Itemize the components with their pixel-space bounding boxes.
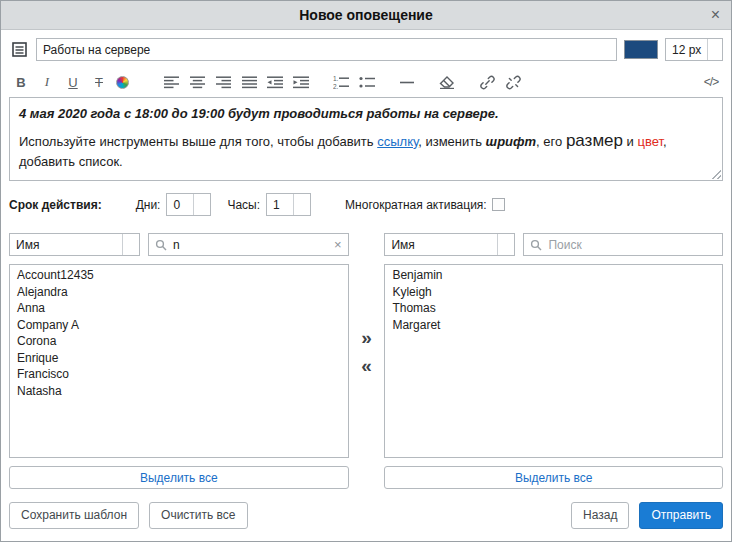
align-right-button[interactable] bbox=[211, 70, 235, 94]
validity-label: Срок действия: bbox=[9, 198, 102, 212]
editor-styled-word-font: шрифт bbox=[486, 134, 537, 149]
footer-actions: Назад Отправить bbox=[571, 502, 723, 529]
list-item[interactable]: Francisco bbox=[10, 366, 348, 383]
align-justify-icon bbox=[242, 76, 257, 89]
editor-styled-word-color: цвет bbox=[637, 134, 663, 149]
days-select[interactable]: 0 bbox=[166, 193, 211, 216]
source-filter-select[interactable]: Имя bbox=[9, 233, 140, 256]
indent-icon bbox=[293, 76, 309, 89]
subject-input[interactable] bbox=[36, 38, 617, 61]
target-panel-header: Имя bbox=[384, 233, 723, 256]
hours-select[interactable]: 1 bbox=[266, 193, 311, 216]
target-search-input[interactable] bbox=[548, 238, 716, 252]
target-list[interactable]: BenjaminKyleighThomasMargaret bbox=[384, 264, 723, 458]
outdent-button[interactable] bbox=[263, 70, 287, 94]
list-item[interactable]: Margaret bbox=[385, 317, 722, 334]
repeat-label: Многократная активация: bbox=[345, 198, 487, 212]
color-palette-icon bbox=[116, 76, 129, 89]
align-group bbox=[159, 70, 313, 94]
search-icon bbox=[530, 239, 542, 251]
options-row: Срок действия: Дни: 0 Часы: 1 Многократн… bbox=[1, 181, 731, 229]
source-code-button[interactable]: </> bbox=[699, 70, 723, 94]
editor-styled-word-size: размер bbox=[566, 131, 623, 150]
chevron-down-icon bbox=[122, 234, 139, 255]
editor-text: Используйте инструменты выше для того, ч… bbox=[19, 134, 377, 149]
link-icon bbox=[480, 75, 495, 90]
dialog-title: Новое оповещение bbox=[299, 7, 433, 23]
source-search-input[interactable] bbox=[173, 238, 328, 252]
align-center-button[interactable] bbox=[185, 70, 209, 94]
new-alert-dialog: Новое оповещение × 12 px B I U T bbox=[0, 0, 732, 542]
template-icon bbox=[12, 42, 27, 57]
save-template-button[interactable]: Сохранить шаблон bbox=[9, 502, 139, 529]
move-right-button[interactable]: » bbox=[361, 328, 372, 347]
chevron-down-icon bbox=[707, 39, 722, 60]
list-item[interactable]: Enrique bbox=[10, 350, 348, 367]
source-list[interactable]: Account12435AlejandraAnnaCompany ACorona… bbox=[9, 264, 349, 458]
align-right-icon bbox=[216, 76, 231, 89]
horizontal-rule-button[interactable] bbox=[395, 70, 419, 94]
template-button[interactable] bbox=[9, 40, 29, 60]
align-justify-button[interactable] bbox=[237, 70, 261, 94]
hours-value: 1 bbox=[267, 198, 286, 212]
list-item[interactable]: Anna bbox=[10, 300, 348, 317]
search-icon bbox=[155, 239, 167, 251]
clear-format-button[interactable] bbox=[435, 70, 459, 94]
editor-link[interactable]: ссылку bbox=[377, 134, 418, 149]
source-filter-value: Имя bbox=[10, 238, 45, 252]
recipients-panels: Имя × Account12435AlejandraAnnaCompany A… bbox=[1, 229, 731, 489]
close-icon[interactable]: × bbox=[711, 7, 720, 23]
move-left-button[interactable]: « bbox=[361, 356, 372, 375]
font-size-select[interactable]: 12 px bbox=[665, 38, 723, 61]
list-item[interactable]: Company A bbox=[10, 317, 348, 334]
ordered-list-button[interactable]: 1.2. bbox=[329, 70, 353, 94]
hours-label: Часы: bbox=[227, 198, 260, 212]
send-button[interactable]: Отправить bbox=[639, 502, 723, 529]
repeat-checkbox[interactable] bbox=[492, 198, 505, 211]
remove-link-button[interactable] bbox=[501, 70, 525, 94]
chevron-down-icon bbox=[193, 194, 210, 215]
font-color-swatch[interactable] bbox=[624, 40, 658, 59]
list-item[interactable]: Alejandra bbox=[10, 284, 348, 301]
horizontal-rule-icon bbox=[400, 76, 414, 89]
list-item[interactable]: Account12435 bbox=[10, 267, 348, 284]
strikethrough-button[interactable]: T bbox=[87, 70, 111, 94]
svg-text:1.: 1. bbox=[333, 76, 339, 82]
source-select-all-button[interactable]: Выделить все bbox=[9, 466, 349, 489]
dialog-footer: Сохранить шаблон Очистить все Назад Отпр… bbox=[1, 492, 731, 541]
bullet-list-icon bbox=[359, 76, 375, 89]
list-item[interactable]: Corona bbox=[10, 333, 348, 350]
align-left-button[interactable] bbox=[159, 70, 183, 94]
indent-button[interactable] bbox=[289, 70, 313, 94]
target-select-all-button[interactable]: Выделить все bbox=[384, 466, 723, 489]
chevron-down-icon bbox=[497, 234, 514, 255]
insert-link-button[interactable] bbox=[475, 70, 499, 94]
target-panel: Имя BenjaminKyleighThomasMargaret Выдели… bbox=[384, 233, 723, 489]
dialog-titlebar: Новое оповещение × bbox=[1, 1, 731, 30]
bullet-list-button[interactable] bbox=[355, 70, 379, 94]
font-color-button[interactable] bbox=[113, 70, 143, 94]
target-filter-value: Имя bbox=[385, 238, 420, 252]
source-panel-header: Имя × bbox=[9, 233, 349, 256]
back-button[interactable]: Назад bbox=[571, 502, 629, 529]
source-panel: Имя × Account12435AlejandraAnnaCompany A… bbox=[9, 233, 349, 489]
editor-text: , его bbox=[536, 134, 566, 149]
chevron-down-icon bbox=[293, 194, 310, 215]
italic-button[interactable]: I bbox=[35, 70, 59, 94]
list-item[interactable]: Natasha bbox=[10, 383, 348, 400]
font-style-group: B I U T bbox=[9, 70, 143, 94]
editor-text: и bbox=[623, 134, 638, 149]
days-value: 0 bbox=[167, 198, 186, 212]
clear-search-icon[interactable]: × bbox=[334, 238, 342, 251]
editor-text: , изменить bbox=[418, 134, 485, 149]
link-group bbox=[475, 70, 525, 94]
message-editor[interactable]: 4 мая 2020 года с 18:00 до 19:00 будут п… bbox=[9, 97, 723, 181]
underline-button[interactable]: U bbox=[61, 70, 85, 94]
clear-all-button[interactable]: Очистить все bbox=[149, 502, 247, 529]
list-item[interactable]: Benjamin bbox=[385, 267, 722, 284]
bold-button[interactable]: B bbox=[9, 70, 33, 94]
target-filter-select[interactable]: Имя bbox=[384, 233, 515, 256]
list-item[interactable]: Thomas bbox=[385, 300, 722, 317]
svg-text:2.: 2. bbox=[333, 82, 339, 88]
list-item[interactable]: Kyleigh bbox=[385, 284, 722, 301]
